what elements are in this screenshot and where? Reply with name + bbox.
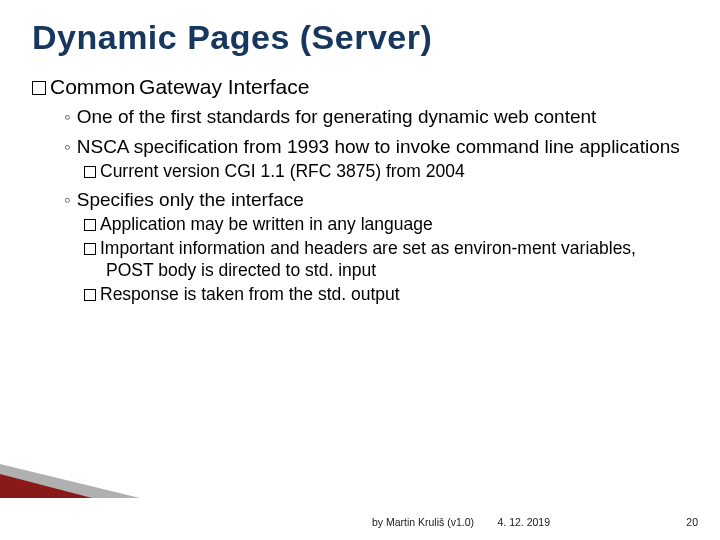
square-bullet-icon [32,81,46,95]
bullet-level3: Application may be written in any langua… [84,214,688,236]
bullet-text: Application may be written in any langua… [100,214,433,234]
bullet-text: NSCA specification from 1993 how to invo… [77,136,680,157]
slide-title: Dynamic Pages (Server) [32,18,688,57]
heading-level1: Common Gateway Interface [32,75,688,99]
decorative-corner [0,452,140,498]
bullet-level2: ◦NSCA specification from 1993 how to inv… [64,135,688,159]
square-bullet-icon [84,243,96,255]
bullet-level2: ◦Specifies only the interface [64,188,688,212]
footer-author: by Martin Kruliš (v1.0) [372,516,474,528]
bullet-level3: Response is taken from the std. output [84,284,688,306]
bullet-level3: Important information and headers are se… [84,238,688,282]
bullet-text: One of the first standards for generatin… [77,106,597,127]
square-bullet-icon [84,219,96,231]
bullet-text: Current version CGI 1.1 (RFC 3875) from … [100,161,465,181]
bullet-text: Important information and headers are se… [100,238,636,280]
square-bullet-icon [84,166,96,178]
square-bullet-icon [84,289,96,301]
heading-lead: Common [50,75,135,98]
slide: Dynamic Pages (Server) Common Gateway In… [0,0,720,540]
triangle-accent-icon [0,474,92,498]
circle-bullet-icon: ◦ [64,106,71,127]
heading-rest: Gateway Interface [139,75,309,98]
footer-date: 4. 12. 2019 [497,516,550,528]
circle-bullet-icon: ◦ [64,136,71,157]
footer-page: 20 [686,516,698,528]
bullet-text: Response is taken from the std. output [100,284,400,304]
bullet-level2: ◦One of the first standards for generati… [64,105,688,129]
bullet-text: Specifies only the interface [77,189,304,210]
bullet-level3: Current version CGI 1.1 (RFC 3875) from … [84,161,688,183]
circle-bullet-icon: ◦ [64,189,71,210]
